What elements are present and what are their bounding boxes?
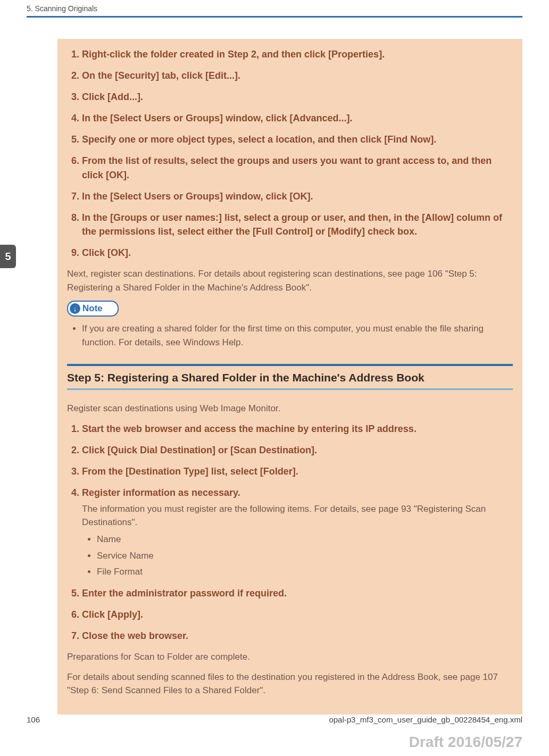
step-item: In the [Select Users or Groups] window, … bbox=[82, 189, 513, 203]
step-item: On the [Security] tab, click [Edit...]. bbox=[82, 69, 513, 82]
paragraph: For details about sending scanned files … bbox=[67, 670, 513, 697]
paragraph: Next, register scan destinations. For de… bbox=[67, 267, 513, 294]
page-footer: 106 opal-p3_mf3_com_user_guide_gb_002284… bbox=[27, 715, 522, 724]
note-list: If you are creating a shared folder for … bbox=[67, 322, 513, 349]
note-item: If you are creating a shared folder for … bbox=[82, 322, 513, 349]
step-item: Close the web browser. bbox=[82, 629, 513, 643]
step-list-2: Start the web browser and access the mac… bbox=[67, 422, 513, 643]
chapter-tab: 5 bbox=[0, 245, 16, 268]
step-item: Click [Quick Dial Destination] or [Scan … bbox=[82, 443, 513, 457]
step-bullet-list: Name Service Name File Format bbox=[82, 533, 513, 579]
step-item: From the [Destination Type] list, select… bbox=[82, 464, 513, 478]
step-item: From the list of results, select the gro… bbox=[82, 154, 513, 181]
paragraph: Preparations for Scan to Folder are comp… bbox=[67, 650, 513, 664]
header-rule bbox=[27, 16, 522, 18]
step-item: Click [OK]. bbox=[82, 246, 513, 260]
step-item: Right-click the folder created in Step 2… bbox=[82, 47, 513, 61]
list-item: Name bbox=[97, 533, 513, 546]
step-item: Start the web browser and access the mac… bbox=[82, 422, 513, 436]
step-item: Enter the administrator password if requ… bbox=[82, 586, 513, 600]
source-file-label: opal-p3_mf3_com_user_guide_gb_00228454_e… bbox=[329, 715, 522, 724]
step-item: Click [Add...]. bbox=[82, 90, 513, 104]
step-sub-text: The information you must register are th… bbox=[82, 503, 513, 529]
section-title: Step 5: Registering a Shared Folder in t… bbox=[67, 371, 513, 384]
step-item: Specify one or more object types, select… bbox=[82, 132, 513, 146]
step-list-1: Right-click the folder created in Step 2… bbox=[67, 47, 513, 260]
section-rule-top bbox=[67, 364, 513, 366]
note-label-text: Note bbox=[82, 303, 103, 314]
note-label: ↓ Note bbox=[67, 301, 119, 317]
step-item: In the [Groups or user names:] list, sel… bbox=[82, 211, 513, 238]
page: 5. Scanning Originals 5 Right-click the … bbox=[0, 0, 549, 756]
section-intro: Register scan destinations using Web Ima… bbox=[67, 402, 513, 416]
page-number: 106 bbox=[27, 715, 40, 724]
arrow-down-icon: ↓ bbox=[70, 303, 80, 314]
note-callout: ↓ Note If you are creating a shared fold… bbox=[67, 301, 513, 349]
running-head: 5. Scanning Originals bbox=[27, 4, 522, 16]
step-item: In the [Select Users or Groups] window, … bbox=[82, 111, 513, 125]
section-rule-bottom bbox=[67, 388, 513, 390]
step-main-text: Register information as necessary. bbox=[82, 487, 240, 498]
draft-stamp: Draft 2016/05/27 bbox=[409, 734, 522, 751]
content-block-1: Right-click the folder created in Step 2… bbox=[57, 39, 522, 715]
step-item: Register information as necessary. The i… bbox=[82, 486, 513, 579]
step-item: Click [Apply]. bbox=[82, 608, 513, 621]
list-item: Service Name bbox=[97, 550, 513, 563]
list-item: File Format bbox=[97, 566, 513, 579]
